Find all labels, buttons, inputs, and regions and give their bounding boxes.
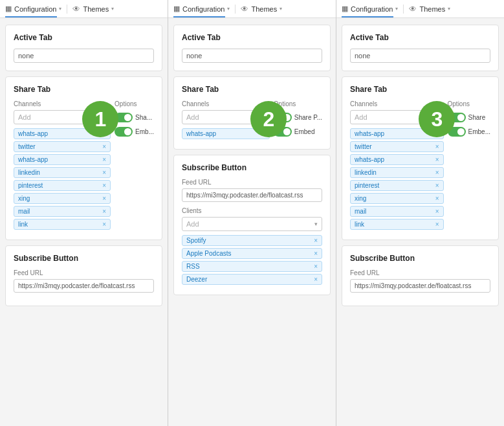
tag-label: link xyxy=(355,221,364,228)
share-tab-title: Share Tab xyxy=(182,85,322,94)
tag-remove-icon[interactable]: × xyxy=(102,169,106,176)
share-tab-card: Share Tab Channels Add ▾ whats-app × twi… xyxy=(5,76,162,240)
client-tag-remove-icon[interactable]: × xyxy=(314,250,318,257)
topbar: ▦ Configuration ▾ 👁 Themes ▾ xyxy=(168,0,336,18)
config-label: Configuration xyxy=(14,5,56,13)
active-tab-input[interactable] xyxy=(350,49,490,63)
toggle-row: Sha... xyxy=(115,113,152,122)
toggle-row: Embe... xyxy=(448,127,490,137)
channel-tag: linkedin × xyxy=(350,167,444,178)
channels-select[interactable]: Add ▾ xyxy=(182,110,270,124)
config-icon: ▦ xyxy=(342,5,348,13)
client-tag-remove-icon[interactable]: × xyxy=(314,263,318,270)
channels-select[interactable]: Add ▾ xyxy=(350,110,444,124)
tag-label: pinterest xyxy=(355,182,379,189)
clients-add-text: Add xyxy=(186,220,199,228)
tag-label: linkedin xyxy=(355,169,377,176)
subscribe-button-title: Subscribe Button xyxy=(350,254,490,263)
toggle-switch[interactable] xyxy=(274,127,292,137)
themes-label: Themes xyxy=(251,5,277,13)
feed-url-input[interactable] xyxy=(350,279,490,293)
channels-label: Channels xyxy=(350,100,444,107)
clients-select[interactable]: Add ▾ xyxy=(182,217,322,231)
tag-remove-icon[interactable]: × xyxy=(102,221,106,228)
config-caret: ▾ xyxy=(59,6,61,12)
client-tag-remove-icon[interactable]: × xyxy=(314,237,318,244)
channel-tag: whats-app × xyxy=(14,154,111,165)
toggle-switch[interactable] xyxy=(448,127,466,137)
client-tag-label: Deezer xyxy=(186,276,207,283)
toggle-switch[interactable] xyxy=(448,113,466,122)
tag-remove-icon[interactable]: × xyxy=(102,143,106,150)
active-tab-input[interactable] xyxy=(182,49,322,63)
tag-remove-icon[interactable]: × xyxy=(102,130,106,137)
channel-tag: whats-app × xyxy=(350,154,444,165)
channel-tag: twitter × xyxy=(350,141,444,152)
active-tab-title: Active Tab xyxy=(350,33,490,42)
config-icon: ▦ xyxy=(5,5,12,13)
tag-label: link xyxy=(18,221,28,228)
panel-content: Active Tab Share Tab Channels Add ▾ what… xyxy=(168,18,336,426)
channels-caret: ▾ xyxy=(103,114,106,120)
options-label: Options xyxy=(274,100,296,107)
client-tag: Spotify × xyxy=(182,235,322,246)
channel-tag: link × xyxy=(14,219,111,230)
toggle-label: Embed xyxy=(294,128,315,135)
tag-label: pinterest xyxy=(18,182,43,189)
tag-remove-icon[interactable]: × xyxy=(435,130,439,137)
share-tab-card: Share Tab Channels Add ▾ whats-app × Opt… xyxy=(173,76,331,150)
options-col: Options Share Embe... xyxy=(448,100,490,139)
toggle-switch[interactable] xyxy=(115,127,133,137)
tag-remove-icon[interactable]: × xyxy=(435,156,439,163)
active-tab-input[interactable] xyxy=(14,49,154,63)
themes-caret: ▾ xyxy=(279,6,282,12)
tag-remove-icon[interactable]: × xyxy=(435,143,439,150)
toggle-switch[interactable] xyxy=(274,113,292,122)
toggle-switch[interactable] xyxy=(115,113,133,122)
active-tab-title: Active Tab xyxy=(14,33,154,42)
tag-remove-icon[interactable]: × xyxy=(102,182,106,189)
tag-remove-icon[interactable]: × xyxy=(435,169,439,176)
feed-url-input[interactable] xyxy=(14,279,154,293)
toggle-label: Sha... xyxy=(135,114,152,121)
tag-remove-icon[interactable]: × xyxy=(102,195,106,202)
themes-icon: 👁 xyxy=(241,5,248,14)
toggle-row: Share xyxy=(448,113,486,122)
toggle-label: Embe... xyxy=(468,128,490,135)
tag-remove-icon[interactable]: × xyxy=(102,208,106,215)
tag-remove-icon[interactable]: × xyxy=(435,208,439,215)
client-tag-label: Spotify xyxy=(186,237,206,244)
themes-icon: 👁 xyxy=(72,5,80,14)
tag-label: xing xyxy=(18,195,30,202)
toggle-row: Embed xyxy=(274,127,315,137)
options-label: Options xyxy=(448,100,470,107)
tag-remove-icon[interactable]: × xyxy=(102,156,106,163)
tag-remove-icon[interactable]: × xyxy=(435,195,439,202)
tag-remove-icon[interactable]: × xyxy=(261,130,265,137)
channels-add-text: Add xyxy=(186,113,199,121)
themes-caret: ▾ xyxy=(448,6,450,12)
client-tag: Deezer × xyxy=(182,274,322,285)
feed-url-input[interactable] xyxy=(182,188,322,202)
tag-label: mail xyxy=(18,208,30,215)
channels-caret: ▾ xyxy=(436,114,439,120)
subscribe-button-card: Subscribe Button Feed URL xyxy=(5,245,162,306)
channel-tag: whats-app × xyxy=(350,128,444,139)
channel-tag: xing × xyxy=(14,193,111,204)
tag-remove-icon[interactable]: × xyxy=(435,182,439,189)
clients-label: Clients xyxy=(182,207,322,214)
tag-label: whats-app xyxy=(355,130,384,137)
client-tag: RSS × xyxy=(182,261,322,272)
channel-tag: mail × xyxy=(14,206,111,217)
toggle-label: Emb... xyxy=(135,128,154,135)
channels-label: Channels xyxy=(14,100,111,107)
toggle-row: Share P... xyxy=(274,113,322,122)
tag-remove-icon[interactable]: × xyxy=(435,221,439,228)
channels-select[interactable]: Add ▾ xyxy=(14,110,111,124)
active-tab-card: Active Tab xyxy=(5,25,162,71)
tag-label: twitter xyxy=(355,143,372,150)
channel-tag: link × xyxy=(350,219,444,230)
tag-label: twitter xyxy=(18,143,36,150)
client-tag-remove-icon[interactable]: × xyxy=(314,276,318,283)
channel-tag: xing × xyxy=(350,193,444,204)
